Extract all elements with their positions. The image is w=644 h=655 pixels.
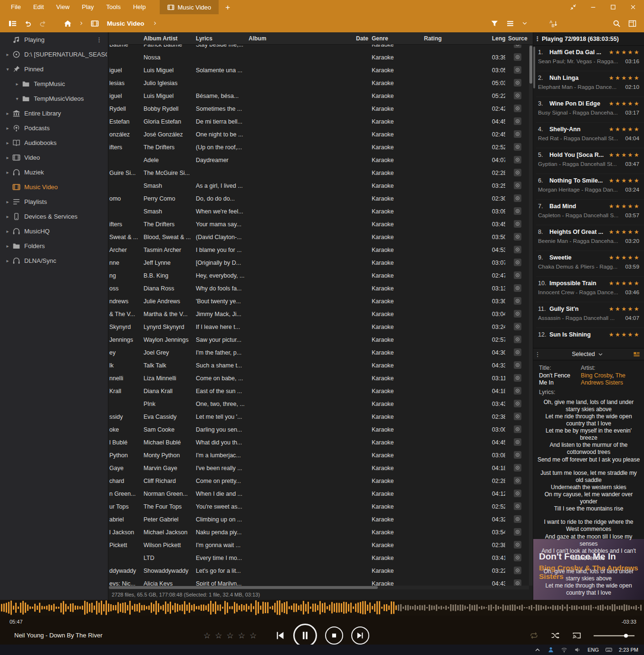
new-tab-button[interactable]: + — [225, 3, 230, 11]
chevron-down-icon[interactable] — [522, 20, 528, 26]
source-icon[interactable] — [514, 207, 521, 215]
sidebar-item-video[interactable]: ▸ Video — [0, 150, 108, 165]
chevron-right-icon[interactable] — [153, 21, 157, 26]
language-indicator[interactable]: ENG — [587, 647, 599, 653]
table-row[interactable]: l Bublé Michael Bublé What did you th...… — [109, 436, 529, 449]
table-row[interactable]: ng B.B. King Hey, everybody, ... Karaoke… — [109, 269, 529, 282]
breadcrumb[interactable]: Music Video — [107, 20, 144, 27]
horizontal-scrollbar[interactable] — [109, 586, 529, 589]
menu-view[interactable]: View — [50, 0, 76, 14]
source-icon[interactable] — [514, 246, 521, 253]
chevron-right-icon[interactable]: ▸ — [4, 170, 11, 175]
source-icon[interactable] — [514, 79, 521, 87]
sidebar-item-playlists[interactable]: ▸ Playlists — [0, 194, 108, 209]
rating-stars[interactable]: ★★★★★ — [609, 306, 640, 312]
artist-link[interactable]: Bing Crosby — [581, 372, 612, 379]
table-row[interactable]: nnelli Liza Minnelli Come on babe, ... K… — [109, 372, 529, 385]
volume-slider[interactable] — [594, 632, 634, 639]
table-row[interactable]: ur Tops The Four Tops You're sweet as...… — [109, 500, 529, 513]
volume-tray-icon[interactable] — [574, 646, 581, 653]
volume-thumb[interactable] — [624, 634, 628, 637]
sidebar-item-muziek[interactable]: ▸ Muziek — [0, 165, 108, 180]
redo-icon[interactable] — [39, 19, 47, 28]
table-row[interactable]: Guire Si... The McGuire Si... Karaoke 02… — [109, 166, 529, 179]
sidebar-item-d-supernatural-seasons[interactable]: ▸ D:\ [SUPERNATURAL_SEASONS] — [0, 47, 108, 62]
queue-item[interactable]: 1. Haffi Get Da Gal ... ★★★★★ Sean Paul;… — [536, 46, 644, 71]
menu-play[interactable]: Play — [76, 0, 100, 14]
table-row[interactable]: Archer Tasmin Archer I blame you for ...… — [109, 243, 529, 256]
vertical-scrollbar[interactable] — [529, 45, 533, 586]
queue-item[interactable]: 3. Wine Pon Di Edge ★★★★★ Busy Signal - … — [536, 97, 644, 123]
table-row[interactable]: PInk One, two, three, ... Karaoke 03:43 — [109, 397, 529, 410]
view-mode-icon[interactable] — [506, 19, 514, 28]
table-row[interactable]: chard Cliff Richard Come on pretty... Ka… — [109, 474, 529, 487]
chevron-right-icon[interactable]: ▸ — [4, 111, 11, 116]
columns-icon[interactable] — [628, 19, 636, 28]
rating-stars[interactable]: ★★★★★ — [609, 100, 640, 107]
source-icon[interactable] — [514, 528, 521, 536]
queue-item[interactable]: 6. Nothing To Smile... ★★★★★ Morgan Heri… — [536, 174, 644, 200]
column-header-source[interactable]: Source — [505, 35, 529, 42]
table-row[interactable]: Jennings Waylon Jennings Saw your pictur… — [109, 333, 529, 346]
chevron-right-icon[interactable]: ▸ — [13, 81, 21, 87]
rating-stars[interactable]: ★★★★★ — [609, 126, 640, 133]
undo-icon[interactable] — [24, 19, 32, 28]
rating-stars[interactable]: ★★★★★ — [609, 49, 640, 56]
sidebar-item-dlna-sync[interactable]: ▸ DLNA/Sync — [0, 253, 108, 268]
user-tray-icon[interactable] — [548, 646, 554, 653]
source-icon[interactable] — [514, 438, 521, 446]
stop-button[interactable] — [325, 626, 343, 645]
maximize-icon[interactable] — [610, 4, 616, 10]
queue-item[interactable]: 12. Sun Is Shining ★★★★★ — [536, 328, 644, 348]
source-icon[interactable] — [514, 490, 521, 497]
rating-stars[interactable]: ★★★★★ — [609, 331, 640, 338]
sidebar-item-pinned[interactable]: ▾ Pinned — [0, 62, 108, 77]
rating-stars[interactable]: ★★★★★ — [609, 75, 640, 81]
source-icon[interactable] — [514, 156, 521, 164]
menu-help[interactable]: Help — [127, 0, 152, 14]
menu-edit[interactable]: Edit — [27, 0, 50, 14]
source-icon[interactable] — [514, 105, 521, 112]
scrollbar-thumb[interactable] — [533, 47, 535, 88]
source-icon[interactable] — [514, 387, 521, 395]
sidebar-item-tempmusicvideos[interactable]: ▾ TempMusicVideos — [0, 91, 108, 106]
table-row[interactable]: onzález José González One night to be ..… — [109, 128, 529, 141]
table-row[interactable]: ifters The Drifters Your mama say... Kar… — [109, 218, 529, 231]
table-row[interactable]: abriel Peter Gabriel Climbing up on ... … — [109, 513, 529, 526]
table-row[interactable]: omo Perry Como Do, do do do... Karaoke 0… — [109, 192, 529, 205]
table-row[interactable]: Nossa Karaoke 03:39 — [109, 51, 529, 64]
tray-expand-icon[interactable] — [534, 646, 541, 653]
sidebar-item-devices-services[interactable]: ▸ Devices & Services — [0, 209, 108, 224]
queue-item[interactable]: 9. Sweetie ★★★★★ Chaka Demus & Pliers - … — [536, 251, 644, 277]
source-icon[interactable] — [514, 182, 521, 189]
table-row[interactable]: ndrews Julie Andrews 'Bout twenty ye... … — [109, 295, 529, 308]
keyboard-icon[interactable] — [606, 646, 612, 653]
table-row[interactable]: Gaye Marvin Gaye I've been really ... Ka… — [109, 462, 529, 474]
rating-stars[interactable]: ★★★★★ — [609, 254, 640, 261]
collapse-window-icon[interactable] — [570, 4, 577, 10]
rating-stars[interactable]: ★★★★★ — [609, 152, 640, 158]
sidebar-item-playing[interactable]: Playing ⋮ — [0, 32, 108, 47]
table-row[interactable]: Smash When we're feel... Karaoke 03:09 — [109, 205, 529, 218]
table-row[interactable]: Estefan Gloria Estefan De mi tierra bell… — [109, 115, 529, 128]
source-icon[interactable] — [514, 310, 521, 318]
source-icon[interactable] — [514, 579, 521, 586]
queue-scrollbar[interactable] — [533, 47, 535, 346]
table-row[interactable]: Sweat & ... Blood, Sweat & ... (David Cl… — [109, 231, 529, 243]
rating-stars[interactable]: ★★★★★ — [609, 203, 640, 210]
source-icon[interactable] — [514, 336, 521, 343]
table-row[interactable]: n Green... Norman Green... When I die an… — [109, 487, 529, 500]
column-header-album-artist[interactable]: Album Artist — [141, 35, 193, 42]
source-icon[interactable] — [514, 515, 521, 523]
more-options-icon[interactable]: ⋮ — [533, 351, 542, 358]
chevron-right-icon[interactable]: ▸ — [4, 258, 11, 263]
chevron-down-icon[interactable]: ▾ — [4, 67, 11, 72]
source-icon[interactable] — [514, 169, 521, 176]
table-row[interactable]: ifters The Drifters (Up on the roof,... … — [109, 141, 529, 154]
column-header-length[interactable]: Length — [489, 35, 505, 42]
queue-item[interactable]: 4. Shelly-Ann ★★★★★ Red Rat - Ragga Danc… — [536, 123, 644, 148]
column-header-album[interactable]: Album — [246, 35, 353, 42]
table-row[interactable]: ssidy Eva Cassidy Let me tell you '... K… — [109, 410, 529, 423]
table-row[interactable]: Pickett Wilson Pickett I'm gonna wait ..… — [109, 539, 529, 551]
source-icon[interactable] — [514, 130, 521, 138]
